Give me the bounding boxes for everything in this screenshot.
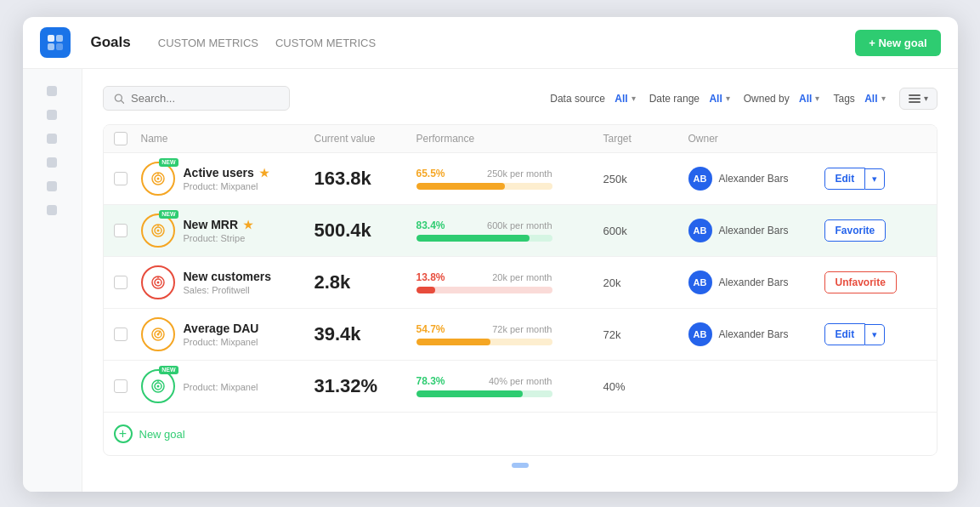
filter-tags[interactable]: Tags All ▾ bbox=[833, 93, 885, 105]
goal-icon-wrap-2: NEW bbox=[141, 214, 175, 248]
table-row: Average DAU Product: Mixpanel 39.4k 54.7… bbox=[104, 309, 937, 361]
target-val-1: 250k bbox=[603, 173, 688, 185]
current-value-1: 163.8k bbox=[314, 168, 416, 190]
page-title: Goals bbox=[91, 34, 131, 51]
col-header-performance: Performance bbox=[416, 133, 603, 145]
svg-rect-2 bbox=[48, 43, 54, 50]
goals-table: Name Current value Performance Target Ow… bbox=[103, 124, 938, 456]
svg-rect-3 bbox=[56, 43, 63, 50]
perf-target-label-1: 250k per month bbox=[487, 168, 552, 179]
edit-button-4[interactable]: Edit bbox=[824, 323, 866, 345]
table-row: ⠿ NEW bbox=[104, 205, 937, 257]
add-goal-row[interactable]: + New goal bbox=[104, 413, 937, 455]
new-badge-2: NEW bbox=[159, 210, 178, 219]
filter-ownedby-value: All bbox=[799, 93, 812, 105]
search-input[interactable] bbox=[131, 92, 278, 105]
perf-bar-fill-5 bbox=[416, 390, 523, 397]
dropdown-button-4[interactable]: ▾ bbox=[865, 324, 885, 345]
perf-wrap-1: 65.5% 250k per month bbox=[416, 168, 603, 190]
perf-bar-bg-5 bbox=[416, 390, 552, 397]
perf-wrap-4: 54.7% 72k per month bbox=[416, 323, 603, 345]
goal-name-3: New customers bbox=[184, 270, 271, 283]
perf-wrap-2: 83.4% 600k per month bbox=[416, 219, 603, 242]
goal-name-2: New MRR ★ bbox=[184, 218, 254, 231]
filter-datasource-value: All bbox=[615, 93, 627, 105]
owner-name-1: Alexander Bars bbox=[719, 173, 789, 185]
goal-name-wrap-2: New MRR ★ Product: Stripe bbox=[184, 218, 254, 243]
chevron-down-icon: ▾ bbox=[815, 94, 819, 103]
row-checkbox-5[interactable] bbox=[114, 379, 127, 393]
action-wrap-1: Edit ▾ bbox=[824, 168, 926, 190]
nav-custom-metrics-1[interactable]: CUSTOM METRICS bbox=[158, 33, 258, 53]
goal-icon-wrap-5: NEW bbox=[141, 369, 175, 403]
nav-custom-metrics-2[interactable]: CUSTOM METRICS bbox=[275, 33, 376, 53]
goal-info-1: NEW Active users ★ Product: Mixpanel bbox=[141, 162, 314, 196]
perf-pct-3: 13.8% bbox=[416, 271, 445, 283]
star-icon-2: ★ bbox=[243, 219, 253, 231]
header-nav: CUSTOM METRICS CUSTOM METRICS bbox=[158, 33, 376, 53]
action-wrap-2: Favorite bbox=[824, 219, 926, 242]
edit-button-1[interactable]: Edit bbox=[824, 168, 866, 190]
current-value-4: 39.4k bbox=[314, 323, 416, 345]
owner-wrap-2: AB Alexander Bars bbox=[688, 219, 824, 242]
col-header-name: Name bbox=[141, 133, 314, 145]
filter-data-source[interactable]: Data source All ▾ bbox=[550, 93, 635, 105]
filter-ownedby-label: Owned by bbox=[744, 93, 790, 105]
row-checkbox-2[interactable] bbox=[114, 224, 127, 237]
goal-icon-wrap-1: NEW bbox=[141, 162, 175, 196]
chevron-down-icon: ▾ bbox=[632, 94, 636, 103]
action-wrap-3: Unfavorite bbox=[824, 271, 926, 293]
perf-wrap-5: 78.3% 40% per month bbox=[416, 375, 603, 397]
goal-info-4: Average DAU Product: Mixpanel bbox=[141, 317, 314, 351]
col-header-target: Target bbox=[603, 133, 688, 145]
scroll-dot bbox=[512, 463, 529, 468]
perf-bar-bg-4 bbox=[416, 339, 552, 345]
sidebar bbox=[23, 69, 82, 492]
perf-bar-fill-2 bbox=[416, 235, 530, 242]
perf-info-5: 78.3% 40% per month bbox=[416, 375, 552, 387]
sidebar-dot bbox=[47, 181, 57, 191]
filter-date-range[interactable]: Date range All ▾ bbox=[649, 93, 730, 105]
svg-rect-7 bbox=[909, 98, 921, 100]
row-checkbox-1[interactable] bbox=[114, 172, 127, 185]
app-window: Goals CUSTOM METRICS CUSTOM METRICS + Ne… bbox=[23, 17, 958, 492]
filter-owned-by[interactable]: Owned by All ▾ bbox=[744, 93, 820, 105]
goal-source-5: Product: Mixpanel bbox=[184, 382, 258, 392]
current-value-2: 500.4k bbox=[314, 219, 416, 242]
goal-icon-4 bbox=[141, 317, 175, 351]
unfavorite-button-3[interactable]: Unfavorite bbox=[824, 271, 897, 293]
view-options-button[interactable]: ▾ bbox=[899, 88, 938, 110]
table-header: Name Current value Performance Target Ow… bbox=[104, 125, 937, 153]
svg-rect-6 bbox=[909, 94, 921, 96]
filter-daterange-label: Date range bbox=[649, 93, 700, 105]
favorite-button-2[interactable]: Favorite bbox=[824, 219, 887, 242]
main-content: Data source All ▾ Date range All ▾ Owned… bbox=[82, 69, 958, 492]
add-goal-label: New goal bbox=[139, 428, 185, 441]
table-row: NEW Active users ★ Product: Mixpanel 163… bbox=[104, 153, 937, 205]
perf-target-label-3: 20k per month bbox=[492, 272, 552, 282]
new-goal-button[interactable]: + New goal bbox=[855, 30, 940, 56]
current-value-3: 2.8k bbox=[314, 271, 416, 293]
action-wrap-4: Edit ▾ bbox=[824, 323, 926, 345]
chevron-down-icon: ▾ bbox=[924, 94, 928, 103]
avatar-1: AB bbox=[688, 167, 712, 191]
goal-name-wrap-5: Product: Mixpanel bbox=[184, 380, 258, 392]
goal-name-wrap-1: Active users ★ Product: Mixpanel bbox=[184, 166, 269, 191]
svg-point-11 bbox=[156, 178, 159, 180]
add-circle-icon: + bbox=[114, 424, 133, 443]
perf-pct-2: 83.4% bbox=[416, 219, 445, 231]
perf-info-3: 13.8% 20k per month bbox=[416, 271, 552, 283]
dropdown-button-1[interactable]: ▾ bbox=[865, 168, 885, 190]
row-checkbox-4[interactable] bbox=[114, 328, 127, 341]
select-all-checkbox[interactable] bbox=[114, 132, 127, 145]
perf-wrap-3: 13.8% 20k per month bbox=[416, 271, 603, 293]
avatar-4: AB bbox=[688, 322, 712, 346]
target-val-3: 20k bbox=[603, 276, 688, 289]
goal-name-wrap-3: New customers Sales: Profitwell bbox=[184, 270, 271, 295]
filter-group: Data source All ▾ Date range All ▾ Owned… bbox=[550, 88, 937, 110]
filter-tags-value: All bbox=[864, 93, 877, 105]
sidebar-dot bbox=[47, 86, 57, 96]
perf-bar-fill-4 bbox=[416, 339, 491, 345]
goal-icon-wrap-3 bbox=[141, 265, 175, 299]
row-checkbox-3[interactable] bbox=[114, 276, 127, 289]
